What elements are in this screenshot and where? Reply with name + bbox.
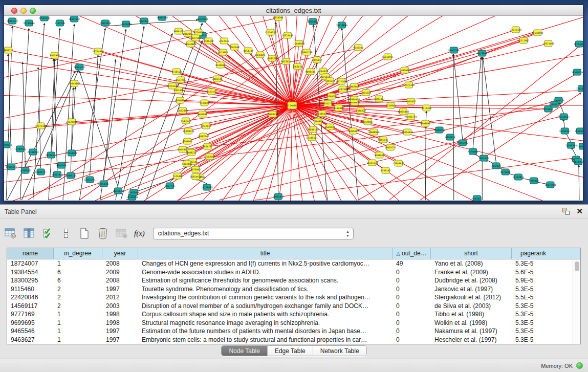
table-row[interactable]: 946362711997Embryonic stem cells: a mode…: [7, 336, 573, 344]
graph-node-label: 15718485: [201, 186, 213, 189]
table-selector-dropdown[interactable]: citations_edges.txt ▲▼: [153, 228, 354, 239]
show-columns-button[interactable]: [21, 226, 37, 241]
graph-node-label: 7125402: [172, 175, 183, 178]
graph-node-label: 2935114: [479, 157, 489, 160]
network-window[interactable]: citations_edges.txt 10355721167456461856…: [4, 5, 583, 201]
cell-in_degree: 2: [54, 302, 102, 311]
table-row[interactable]: 946554611997Estimation of the future num…: [7, 327, 573, 336]
float-panel-icon[interactable]: [562, 207, 570, 215]
graph-node-label: 11451944: [52, 173, 63, 176]
network-window-titlebar[interactable]: citations_edges.txt: [4, 5, 583, 16]
cell-year: 1997: [102, 327, 138, 336]
cell-out_de: 0: [393, 276, 431, 285]
table-row[interactable]: 2242004622012Investigating the contribut…: [7, 293, 573, 302]
graph-node-label: 20206576: [46, 154, 57, 157]
graph-node-label: 7485063: [400, 69, 410, 72]
function-builder-button[interactable]: f(x): [134, 229, 145, 238]
table-row[interactable]: 1830029562008Estimation of significance …: [7, 276, 573, 285]
graph-node-label: 10355727: [74, 66, 85, 69]
graph-node-label: 9872341: [139, 20, 149, 23]
tab-network-table[interactable]: Network Table: [313, 346, 366, 356]
graph-node-label: 18300295: [267, 113, 278, 116]
select-columns-button[interactable]: [40, 226, 55, 241]
table-row[interactable]: 1872400712008Changes of HCN gene express…: [7, 259, 573, 268]
column-header-in_degree[interactable]: in_degree: [54, 248, 102, 259]
graph-node-label: 12217987: [518, 39, 530, 42]
graph-node-label: 2803144: [212, 78, 223, 80]
graph-node-label: 12045673: [393, 162, 405, 165]
table-vertical-scrollbar[interactable]: [573, 259, 580, 344]
graph-node-label: 11548498: [532, 32, 543, 34]
citation-network-graph[interactable]: 1035572116745646185653429101234160415671…: [4, 16, 583, 201]
column-header-out_de[interactable]: △out_de…: [393, 248, 431, 259]
create-column-button[interactable]: [77, 226, 92, 241]
graph-node-label: 9245022: [472, 198, 482, 200]
cell-short: de Silva et al. (2003): [431, 302, 512, 311]
graph-node-label: 16445430: [316, 113, 328, 115]
graph-node-label: 7486322: [356, 110, 366, 112]
graph-node-label: 8471626: [500, 171, 511, 173]
graph-node-label: 9777169: [336, 80, 346, 83]
table-row[interactable]: 977716911998Corpus callosum shape and si…: [7, 310, 573, 319]
memory-status-indicator-icon[interactable]: [576, 362, 583, 369]
cell-title: Embryonic stem cells: a model to study s…: [138, 336, 393, 344]
graph-node-label: 19654923: [402, 131, 413, 134]
cell-name: 9115460: [7, 285, 54, 294]
close-panel-icon[interactable]: ✕: [576, 207, 583, 215]
graph-node-label: 11762450: [204, 156, 215, 158]
table-row[interactable]: 969969511998Structural magnetic resonanc…: [7, 319, 573, 327]
column-header-pagerank[interactable]: pagerank: [512, 248, 555, 259]
cell-title: Tourette syndrome. Phenomenology and cla…: [138, 285, 393, 294]
tab-node-table[interactable]: Node Table: [222, 346, 268, 356]
graph-node-label: 6497568: [338, 88, 348, 91]
cell-in_degree: 1: [54, 319, 102, 327]
memory-status-label: Memory: OK: [541, 363, 573, 369]
cell-in_degree: 2: [54, 285, 102, 294]
column-header-year[interactable]: year: [102, 248, 138, 259]
graph-node-label: 2312546: [219, 40, 229, 42]
graph-node-label: 17016504: [565, 144, 577, 147]
table-column-icon: [23, 228, 35, 239]
graph-node-label: 8912955: [50, 54, 60, 57]
graph-node-label: 12109536: [14, 148, 26, 150]
graph-node-label: 10965422: [273, 195, 285, 198]
delete-table-button[interactable]: [114, 226, 129, 241]
delete-column-button[interactable]: [95, 226, 111, 241]
table-toolbar: f(x) citations_edges.txt ▲▼: [0, 223, 588, 244]
cell-title: Estimation of significance thresholds fo…: [138, 276, 393, 285]
scrollbar-thumb[interactable]: [575, 261, 579, 271]
table-row[interactable]: 911546021997Tourette syndrome. Phenomeno…: [7, 285, 573, 294]
graph-node-label: 16914479: [190, 176, 202, 178]
graph-node-label: 8813054: [308, 20, 318, 23]
graph-node-label: 16846102: [347, 130, 359, 133]
graph-node-label: 26160953: [27, 151, 39, 154]
cell-pagerank: 5.3E-5: [512, 319, 555, 327]
column-header-title[interactable]: title: [138, 248, 393, 259]
table-row[interactable]: 1938455462009Genome-wide association stu…: [7, 268, 573, 277]
graph-node-label: 9175685: [218, 51, 228, 54]
cell-title: Changes of HCN gene expression and I(f) …: [138, 259, 393, 268]
graph-node-label: 18226058: [192, 31, 204, 34]
graph-node-label: 8204613: [375, 154, 385, 157]
graph-node-label: 9678402: [191, 168, 201, 171]
cell-pagerank: 5.3E-5: [512, 259, 555, 268]
cell-pagerank: 5.3E-5: [512, 336, 555, 344]
tab-edge-table[interactable]: Edge Table: [268, 346, 313, 356]
graph-node-label: 10452318: [157, 16, 168, 19]
graph-node-label: 19218896: [336, 24, 348, 27]
graph-node-label: 16487744: [448, 49, 460, 52]
table-mode-button[interactable]: [3, 226, 18, 241]
graph-node-label: 3824554: [361, 92, 371, 94]
network-canvas[interactable]: 1035572116745646185653429101234160415671…: [4, 16, 583, 201]
graph-node-label: 9115460: [422, 107, 432, 110]
cell-year: 2003: [102, 302, 138, 311]
graph-node-label: 16495759: [405, 116, 417, 118]
cell-name: 9463627: [7, 336, 54, 344]
column-header-name[interactable]: name: [7, 248, 54, 259]
cell-name: 9465546: [7, 327, 54, 336]
table-row[interactable]: 1456911722003Disruption of a novel membe…: [7, 302, 573, 311]
row-options-button[interactable]: [58, 226, 74, 241]
column-header-short[interactable]: short: [431, 248, 512, 259]
delete-table-icon: [115, 228, 127, 239]
graph-node-label: 17240007: [287, 104, 298, 107]
